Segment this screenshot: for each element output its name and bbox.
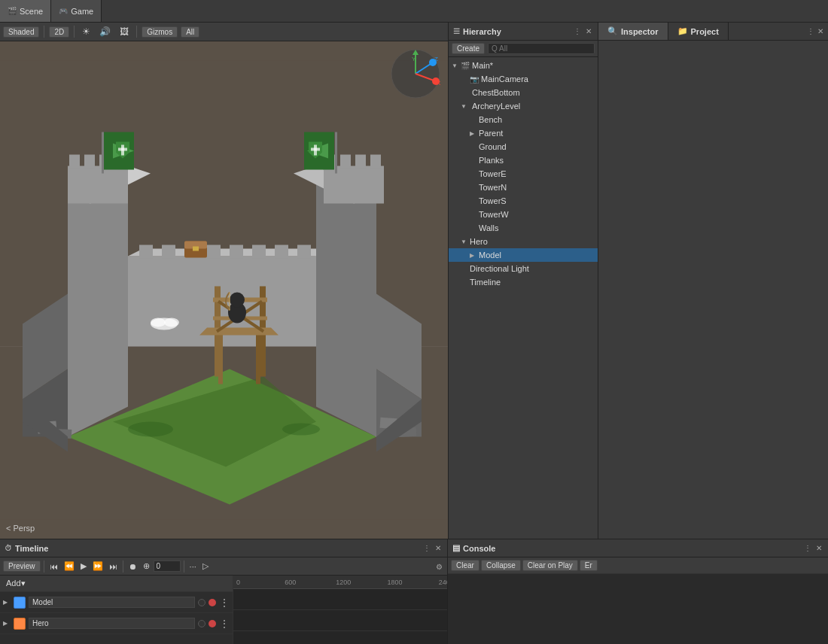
track-active-model[interactable]	[209, 599, 216, 606]
tree-item-ground[interactable]: Ground	[449, 140, 598, 153]
hierarchy-close-btn[interactable]: ✕	[584, 27, 593, 35]
track-dots-hero[interactable]: ⋮	[219, 618, 230, 630]
track-expand-model[interactable]: ▶	[3, 599, 11, 606]
tree-item-towern[interactable]: TowerN	[449, 181, 598, 194]
track-dots-model[interactable]: ⋮	[219, 597, 230, 609]
inspector-menu-btn[interactable]: ⋮	[805, 27, 816, 35]
svg-rect-14	[230, 245, 243, 259]
separator-1	[44, 26, 44, 38]
tree-item-towers[interactable]: TowerS	[449, 194, 598, 208]
track-record-hero[interactable]	[198, 620, 205, 627]
tree-item-hero[interactable]: ▼ Hero	[449, 235, 598, 248]
image-icon-btn[interactable]: 🖼	[117, 25, 132, 38]
hierarchy-search-input[interactable]	[488, 43, 595, 54]
sun-icon-btn[interactable]: ☀	[79, 25, 93, 38]
track-active-hero[interactable]	[209, 620, 216, 627]
tl-time-input[interactable]	[154, 560, 181, 572]
tl-skip-end-btn[interactable]: ⏭	[107, 560, 120, 573]
tree-item-bench[interactable]: Bench	[449, 113, 598, 126]
tree-label-archerylevel: ArcheryLevel	[472, 102, 520, 111]
tree-item-directionallight[interactable]: Directional Light	[449, 262, 598, 275]
svg-rect-64	[193, 247, 199, 251]
tl-sep-3	[184, 560, 184, 573]
track-keyframe-model[interactable]	[233, 589, 447, 610]
tree-label-towers: TowerS	[479, 196, 507, 205]
tl-skip-start-btn[interactable]: ⏮	[47, 560, 60, 573]
scene-icon: 🎬	[8, 7, 17, 15]
timeline-keyframes[interactable]: 0 600 1200 1800 2400	[233, 576, 447, 644]
timeline-menu-btn[interactable]: ⋮	[422, 544, 432, 552]
tl-record-btn[interactable]: ⏺	[126, 560, 139, 573]
scene-view[interactable]: Y Z X < Persp	[0, 41, 448, 539]
tree-item-model[interactable]: ▶ Model	[449, 248, 598, 262]
timeline-close-btn[interactable]: ✕	[434, 544, 443, 552]
tree-item-planks[interactable]: Planks	[449, 153, 598, 167]
ruler-mark-1200: 1200	[336, 579, 351, 586]
hierarchy-create-btn[interactable]: Create	[452, 43, 485, 54]
tl-ellipsis-btn[interactable]: ···	[187, 560, 199, 573]
all-dropdown[interactable]: All	[181, 26, 199, 38]
scene-tab[interactable]: 🎬 Scene	[0, 0, 51, 22]
tl-step-fwd-btn[interactable]: ⏩	[90, 560, 105, 573]
timeline-add-btn[interactable]: Add▾	[0, 576, 233, 592]
console-header: ▤ Console ⋮ ✕	[448, 539, 828, 557]
game-tab[interactable]: 🎮 Game	[51, 0, 102, 22]
tl-add-btn[interactable]: ⊕	[141, 560, 152, 573]
svg-rect-15	[252, 245, 266, 259]
svg-rect-37	[340, 155, 351, 169]
clear-btn[interactable]: Clear	[451, 560, 479, 571]
track-icon-model	[14, 597, 26, 609]
tree-arrow-parent: ▶	[470, 130, 479, 137]
hierarchy-menu-btn[interactable]: ⋮	[572, 27, 583, 35]
shading-dropdown[interactable]: Shaded	[3, 26, 39, 38]
tree-item-walls[interactable]: Walls	[449, 221, 598, 235]
tl-sep-1	[44, 560, 44, 573]
svg-rect-53	[256, 332, 260, 384]
tree-item-maincamera[interactable]: 📷 MainCamera	[449, 72, 598, 86]
inspector-close-btn[interactable]: ✕	[816, 27, 825, 35]
console-menu-btn[interactable]: ⋮	[802, 544, 813, 552]
preview-btn[interactable]: Preview	[3, 560, 41, 572]
tree-item-towerw[interactable]: TowerW	[449, 208, 598, 221]
timeline-body: Add▾ ▶ ⋮ ▶ ⋮	[0, 576, 447, 644]
project-tab[interactable]: 📁 Project	[668, 23, 729, 40]
svg-rect-10	[139, 245, 153, 259]
tree-item-main[interactable]: ▼ 🎬 Main*	[449, 59, 598, 72]
inspector-tab[interactable]: 🔍 Inspector	[598, 23, 668, 40]
tree-item-chestbottom[interactable]: ChestBottom	[449, 86, 598, 99]
view-2d-button[interactable]: 2D	[49, 26, 69, 38]
collapse-btn[interactable]: Collapse	[481, 560, 521, 571]
separator-3	[136, 26, 137, 38]
tl-forward-btn[interactable]: ▷	[200, 560, 211, 573]
track-expand-hero[interactable]: ▶	[3, 620, 11, 627]
scene-svg	[0, 41, 448, 539]
audio-icon-btn[interactable]: 🔊	[96, 25, 114, 38]
track-name-model[interactable]	[29, 597, 195, 608]
tree-item-archerylevel[interactable]: ▼ ArcheryLevel	[449, 99, 598, 113]
tree-item-parent[interactable]: ▶ Parent	[449, 126, 598, 140]
tl-settings-btn[interactable]: ⚙	[434, 563, 444, 571]
tree-item-timeline[interactable]: Timeline	[449, 275, 598, 289]
console-content	[448, 574, 828, 644]
tl-step-back-btn[interactable]: ⏪	[62, 560, 77, 573]
svg-rect-39	[370, 155, 381, 169]
track-keyframe-hero[interactable]	[233, 610, 447, 631]
inspector-tab-controls: ⋮ ✕	[805, 23, 828, 40]
console-close-btn[interactable]: ✕	[814, 544, 823, 552]
tree-label-main: Main*	[472, 61, 493, 70]
gizmos-dropdown[interactable]: Gizmos	[142, 26, 178, 38]
track-record-model[interactable]	[198, 599, 205, 606]
track-row-hero: ▶ ⋮	[0, 613, 233, 634]
tl-play-btn[interactable]: ▶	[78, 560, 89, 573]
ruler-mark-0: 0	[236, 579, 240, 586]
svg-rect-45	[311, 148, 320, 151]
tree-item-towere[interactable]: TowerE	[449, 167, 598, 181]
error-pause-btn[interactable]: Er	[580, 560, 598, 571]
tree-label-towere: TowerE	[479, 169, 507, 178]
scene-toolbar: Shaded 2D ☀ 🔊 🖼 Gizmos All	[0, 23, 448, 41]
clear-on-play-btn[interactable]: Clear on Play	[522, 560, 578, 571]
tree-arrow-hero: ▼	[461, 238, 470, 245]
track-name-hero[interactable]	[29, 618, 195, 629]
add-btn-label: Add▾	[6, 579, 26, 588]
gizmo-widget[interactable]: Y Z X	[389, 47, 442, 100]
